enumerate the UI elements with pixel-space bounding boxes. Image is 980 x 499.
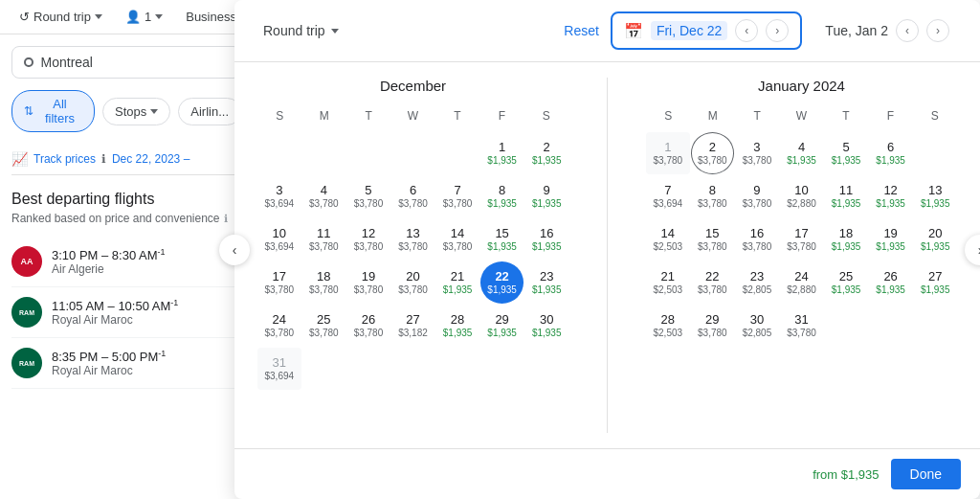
- flight-airline-2: Royal Air Maroc: [52, 313, 178, 327]
- all-filters-btn[interactable]: ⇅ All filters: [11, 90, 95, 132]
- day-cell[interactable]: 15$1,935: [480, 218, 524, 261]
- airlines-btn[interactable]: Airlin...: [178, 98, 241, 125]
- day-cell: [435, 348, 479, 390]
- track-prices[interactable]: 📈 Track prices ℹ Dec 22, 2023 –: [11, 144, 241, 175]
- from-price-value: $1,935: [841, 467, 880, 482]
- search-box[interactable]: [11, 46, 241, 79]
- flight-item-3[interactable]: RAM 8:35 PM – 5:00 PM-1 Royal Air Maroc: [11, 338, 241, 389]
- day-cell[interactable]: 11$3,780: [302, 218, 346, 261]
- class-label: Business: [186, 10, 236, 24]
- flight-airline-3: Royal Air Maroc: [52, 364, 166, 377]
- day-cell[interactable]: 18$3,780: [302, 261, 346, 304]
- day-cell[interactable]: 25$1,935: [824, 261, 868, 304]
- done-button[interactable]: Done: [891, 459, 961, 489]
- day-cell[interactable]: 19$1,935: [869, 218, 913, 261]
- january-day-headers: S M T W T F S: [646, 105, 957, 126]
- day-cell[interactable]: 8$3,780: [691, 175, 735, 217]
- day-cell[interactable]: 11$1,935: [824, 175, 868, 217]
- day-cell[interactable]: 7$3,780: [435, 175, 479, 217]
- calendar-icon: 📅: [624, 22, 643, 40]
- day-cell[interactable]: 12$1,935: [869, 175, 913, 217]
- day-cell[interactable]: 27$1,935: [913, 261, 957, 304]
- day-cell[interactable]: 30$1,935: [524, 305, 568, 347]
- day-cell[interactable]: 16$3,780: [735, 218, 779, 261]
- trip-type-dropdown[interactable]: Round trip: [254, 17, 348, 44]
- day-cell: [913, 132, 957, 174]
- january-title: January 2024: [646, 78, 957, 94]
- day-cell[interactable]: 12$3,780: [346, 218, 390, 261]
- day-cell[interactable]: 1$3,780: [646, 132, 690, 174]
- day-cell[interactable]: 14$2,503: [646, 218, 690, 261]
- day-cell[interactable]: 22$1,935: [480, 261, 524, 304]
- day-cell[interactable]: 2$3,780: [691, 132, 735, 174]
- search-input[interactable]: [41, 55, 229, 70]
- day-cell: [391, 348, 435, 390]
- day-cell[interactable]: 31$3,780: [780, 305, 824, 347]
- day-cell[interactable]: 29$1,935: [480, 305, 524, 347]
- day-cell[interactable]: 29$3,780: [691, 305, 735, 347]
- flight-item-2[interactable]: RAM 11:05 AM – 10:50 AM-1 Royal Air Maro…: [11, 287, 241, 338]
- flight-time-3: 8:35 PM – 5:00 PM-1: [52, 349, 166, 364]
- day-cell[interactable]: 10$3,694: [257, 218, 301, 261]
- day-cell[interactable]: 20$3,780: [391, 261, 435, 304]
- passengers-selector[interactable]: 👤 1: [118, 6, 170, 28]
- day-cell[interactable]: 21$2,503: [646, 261, 690, 304]
- day-cell[interactable]: 17$3,780: [257, 261, 301, 304]
- depart-date-pill[interactable]: 📅 Fri, Dec 22 ‹ ›: [611, 11, 802, 50]
- day-cell[interactable]: 7$3,694: [646, 175, 690, 217]
- day-cell[interactable]: 24$3,780: [257, 305, 301, 347]
- day-cell[interactable]: 28$1,935: [435, 305, 479, 347]
- location-icon: [24, 57, 33, 67]
- day-cell[interactable]: 6$3,780: [391, 175, 435, 217]
- day-cell[interactable]: 2$1,935: [524, 132, 568, 174]
- depart-next-btn[interactable]: ›: [766, 19, 789, 42]
- return-next-btn[interactable]: ›: [926, 19, 949, 42]
- day-cell[interactable]: 13$3,780: [391, 218, 435, 261]
- day-cell[interactable]: 8$1,935: [480, 175, 524, 217]
- day-cell[interactable]: 17$3,780: [780, 218, 824, 261]
- day-cell[interactable]: 22$3,780: [691, 261, 735, 304]
- day-cell[interactable]: 9$1,935: [524, 175, 568, 217]
- day-cell[interactable]: 21$1,935: [435, 261, 479, 304]
- day-cell[interactable]: 14$3,780: [435, 218, 479, 261]
- day-cell[interactable]: 4$3,780: [302, 175, 346, 217]
- day-cell[interactable]: 16$1,935: [524, 218, 568, 261]
- day-cell[interactable]: 30$2,805: [735, 305, 779, 347]
- day-cell[interactable]: 6$1,935: [869, 132, 913, 174]
- day-cell[interactable]: 5$3,780: [346, 175, 390, 217]
- day-cell[interactable]: 25$3,780: [302, 305, 346, 347]
- day-cell: [257, 132, 301, 174]
- day-cell[interactable]: 3$3,694: [257, 175, 301, 217]
- trip-type-selector[interactable]: ↺ Round trip: [11, 6, 110, 28]
- day-cell[interactable]: 27$3,182: [391, 305, 435, 347]
- day-cell[interactable]: 10$2,880: [780, 175, 824, 217]
- stops-btn[interactable]: Stops: [102, 98, 170, 125]
- return-prev-btn[interactable]: ‹: [896, 19, 919, 42]
- day-cell[interactable]: 26$1,935: [869, 261, 913, 304]
- day-cell[interactable]: 5$1,935: [824, 132, 868, 174]
- airline-logo-aa: AA: [11, 246, 42, 277]
- day-cell[interactable]: 9$3,780: [735, 175, 779, 217]
- day-cell[interactable]: 4$1,935: [780, 132, 824, 174]
- day-cell[interactable]: 24$2,880: [780, 261, 824, 304]
- return-date-display[interactable]: Tue, Jan 2 ‹ ›: [813, 13, 961, 48]
- day-cell[interactable]: 18$1,935: [824, 218, 868, 261]
- day-cell[interactable]: 20$1,935: [913, 218, 957, 261]
- depart-prev-btn[interactable]: ‹: [735, 19, 758, 42]
- calendar-prev-btn[interactable]: ‹: [219, 235, 250, 265]
- day-cell[interactable]: 13$1,935: [913, 175, 957, 217]
- airlines-label: Airlin...: [190, 104, 229, 119]
- reset-button[interactable]: Reset: [564, 23, 599, 38]
- day-cell[interactable]: 23$2,805: [735, 261, 779, 304]
- day-cell[interactable]: 23$1,935: [524, 261, 568, 304]
- day-cell[interactable]: 19$3,780: [346, 261, 390, 304]
- day-cell[interactable]: 28$2,503: [646, 305, 690, 347]
- day-cell[interactable]: 1$1,935: [480, 132, 524, 174]
- track-prices-date: Dec 22, 2023 –: [112, 152, 189, 166]
- day-cell[interactable]: 3$3,780: [735, 132, 779, 174]
- day-cell[interactable]: 15$3,780: [691, 218, 735, 261]
- day-cell[interactable]: 26$3,780: [346, 305, 390, 347]
- flight-item-1[interactable]: AA 3:10 PM – 8:30 AM-1 Air Algerie: [11, 237, 241, 287]
- day-cell: [480, 348, 524, 390]
- day-cell[interactable]: 31$3,694: [257, 348, 301, 390]
